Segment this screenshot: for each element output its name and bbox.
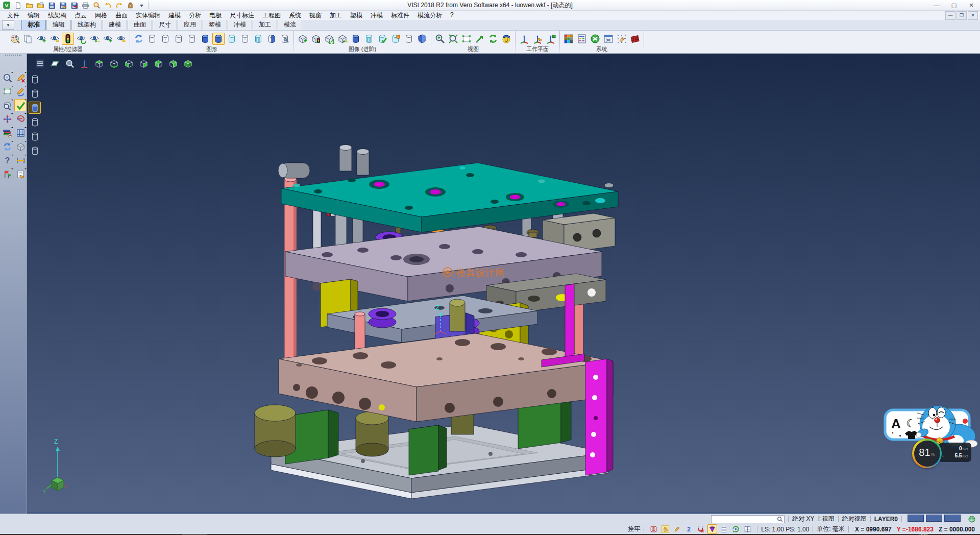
maximize-button[interactable]: ▢: [945, 1, 963, 10]
adv-material-icon[interactable]: [416, 33, 428, 45]
search-icon[interactable]: [777, 516, 783, 522]
mdi-minimize-button[interactable]: —: [945, 11, 955, 20]
strip-hidden-icon[interactable]: [29, 87, 41, 100]
show-add-icon[interactable]: [35, 33, 47, 45]
view-left-icon[interactable]: [152, 57, 164, 69]
view-rotate-icon[interactable]: [487, 33, 499, 45]
tab-1[interactable]: 编辑: [46, 19, 71, 30]
menu-item-3[interactable]: 点云: [70, 11, 91, 20]
menu-item-14[interactable]: 加工: [326, 11, 346, 20]
menu-item-7[interactable]: 建模: [164, 11, 185, 20]
ime-moon-icon[interactable]: ☾: [906, 417, 916, 430]
viewport-3d[interactable]: Z 模具设计网 Z Y: [27, 54, 980, 514]
menu-item-10[interactable]: 尺寸标注: [226, 11, 258, 20]
status-magnet-icon[interactable]: [696, 524, 705, 534]
filter-traffic-icon[interactable]: [62, 33, 74, 45]
open-file-icon[interactable]: [24, 0, 34, 10]
tab-9[interactable]: 加工: [253, 19, 277, 30]
view-plane-icon[interactable]: [48, 57, 61, 69]
dock-measure-icon[interactable]: [14, 154, 27, 166]
view-dynamic-icon[interactable]: [474, 33, 486, 45]
dock-sketch-icon[interactable]: [14, 85, 27, 98]
view-back-icon[interactable]: [137, 57, 150, 69]
status-cone-icon[interactable]: [707, 524, 717, 534]
status-rotate-icon[interactable]: [731, 524, 741, 534]
recent-icon[interactable]: [125, 0, 135, 10]
dock-zoom-icon[interactable]: [1, 71, 13, 84]
adv-traffic-icon[interactable]: [310, 33, 322, 45]
toggle-visibility-icon[interactable]: [88, 33, 101, 45]
menu-item-13[interactable]: 视窗: [305, 11, 326, 20]
save-as-icon[interactable]: [58, 0, 68, 10]
adv-add-icon[interactable]: [297, 33, 309, 45]
dock-handle[interactable]: [5, 55, 21, 58]
refresh-visibility-icon[interactable]: [75, 33, 87, 45]
zoom-window-icon[interactable]: [434, 33, 446, 45]
tab-6[interactable]: 应用: [178, 19, 202, 30]
menu-item-12[interactable]: 系统: [285, 11, 305, 20]
menu-item-19[interactable]: ?: [446, 11, 458, 20]
dock-layers-icon[interactable]: [1, 127, 13, 139]
preview-search-icon[interactable]: [91, 0, 102, 10]
layer-color-swatch-1[interactable]: [926, 515, 942, 522]
dock-grid-icon[interactable]: [14, 127, 27, 139]
net-speed-widget[interactable]: ↑ 0 K/s ↓ 5.5 K/s: [939, 443, 971, 462]
menu-item-4[interactable]: 网格: [91, 11, 111, 20]
zoom-extents-icon[interactable]: [447, 33, 459, 45]
hide-remove-icon[interactable]: [48, 33, 61, 45]
dock-refresh-icon[interactable]: [1, 140, 13, 153]
strip-outline-icon[interactable]: [29, 130, 41, 142]
menu-item-11[interactable]: 工程图: [258, 11, 285, 20]
strip-wireframe-icon[interactable]: [29, 73, 41, 85]
tab-10[interactable]: 模流: [278, 19, 302, 30]
view-mode-label[interactable]: 绝对 XY 上视图: [792, 515, 834, 523]
menu-item-2[interactable]: 线架构: [44, 11, 70, 20]
attributes-icon[interactable]: [9, 33, 21, 45]
shaded-edges-icon[interactable]: [212, 33, 225, 45]
render-settings-icon[interactable]: [279, 33, 291, 45]
import-file-icon[interactable]: [35, 0, 45, 10]
tab-0[interactable]: 标准: [21, 19, 46, 30]
adv-shaded-icon[interactable]: [350, 33, 362, 45]
dock-notes-icon[interactable]: [14, 168, 27, 180]
adv-wire-icon[interactable]: [403, 33, 415, 45]
view-bottom-icon[interactable]: [108, 57, 120, 69]
layer-color-swatch-0[interactable]: [908, 515, 924, 522]
close-button[interactable]: ✕: [963, 1, 980, 10]
view-frame-icon[interactable]: [460, 33, 473, 45]
status-help-icon[interactable]: 2: [684, 524, 694, 534]
monitor-gauge[interactable]: 81 %: [912, 439, 942, 468]
view-menu-icon[interactable]: [34, 57, 46, 69]
tab-3[interactable]: 建模: [103, 19, 127, 30]
save-icon[interactable]: [46, 0, 57, 10]
view-top-icon[interactable]: [93, 57, 105, 69]
view-front-icon[interactable]: [122, 57, 135, 69]
adv-toggle-icon[interactable]: [336, 33, 349, 45]
layer-color-swatch-2[interactable]: [944, 515, 961, 522]
tab-4[interactable]: 曲面: [128, 19, 152, 30]
workplane-set-icon[interactable]: [545, 33, 557, 45]
dock-flags-icon[interactable]: [1, 168, 13, 180]
undo-icon[interactable]: [103, 0, 113, 10]
window-settings-icon[interactable]: [602, 33, 615, 45]
view-shade-face-icon[interactable]: [500, 33, 512, 45]
status-snap-icon[interactable]: [649, 524, 658, 534]
regen-icon[interactable]: [133, 33, 145, 45]
adv-hatch-icon[interactable]: [363, 33, 375, 45]
wireframe-icon[interactable]: [146, 33, 158, 45]
dock-zoom-solid-icon[interactable]: [1, 99, 13, 111]
redo-icon[interactable]: [114, 0, 124, 10]
mdi-close-button[interactable]: ✕: [968, 11, 978, 20]
adv-tag-icon[interactable]: [389, 33, 402, 45]
visi-logo[interactable]: V: [2, 0, 12, 10]
wire-shade-icon[interactable]: [239, 33, 251, 45]
dock-move-icon[interactable]: [1, 113, 13, 125]
dock-cube-icon[interactable]: [14, 140, 27, 153]
strip-mixed-icon[interactable]: [29, 144, 41, 157]
system-table-icon[interactable]: [576, 33, 588, 45]
menu-item-5[interactable]: 曲面: [111, 11, 132, 20]
menu-item-8[interactable]: 分析: [185, 11, 205, 20]
adv-check-icon[interactable]: [376, 33, 388, 45]
tab-options-button[interactable]: ▼: [2, 20, 14, 30]
menu-item-15[interactable]: 塑模: [346, 11, 366, 20]
